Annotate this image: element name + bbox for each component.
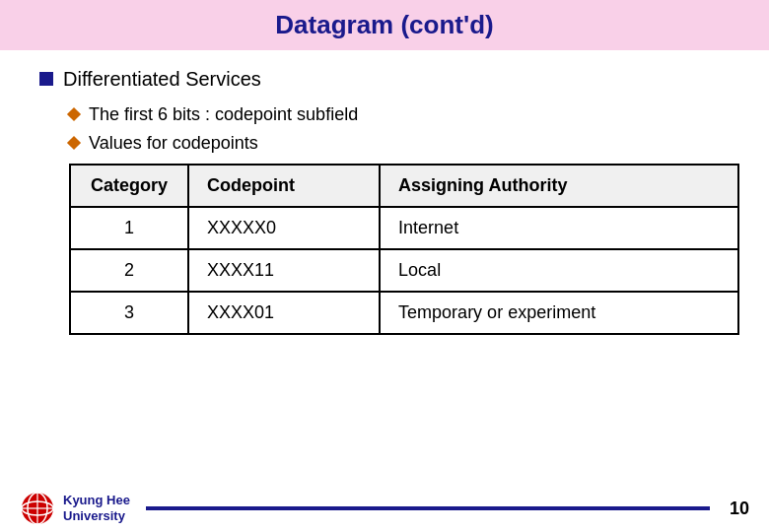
table-row: 2XXXX11Local <box>70 249 738 292</box>
diamond-bullet-icon-1 <box>67 107 81 121</box>
logo-text: Kyung Hee University <box>63 493 130 523</box>
table-cell-0-0: 1 <box>70 207 188 249</box>
footer: Kyung Hee University 10 <box>0 485 769 532</box>
table-cell-0-1: XXXXX0 <box>188 207 380 249</box>
codepoints-table-wrapper: Category Codepoint Assigning Authority 1… <box>69 164 730 335</box>
logo-line1: Kyung Hee <box>63 493 130 508</box>
codepoints-table: Category Codepoint Assigning Authority 1… <box>69 164 739 335</box>
table-row: 1XXXXX0Internet <box>70 207 738 249</box>
table-cell-0-2: Internet <box>380 207 738 249</box>
table-cell-1-0: 2 <box>70 249 188 292</box>
slide-title: Datagram (cont'd) <box>275 10 493 39</box>
col-header-category: Category <box>70 165 188 207</box>
col-header-authority: Assigning Authority <box>380 165 738 207</box>
table-cell-2-2: Temporary or experiment <box>380 292 738 334</box>
logo-area: Kyung Hee University <box>20 491 130 526</box>
table-cell-2-0: 3 <box>70 292 188 334</box>
diamond-bullet-icon-2 <box>67 136 81 150</box>
table-cell-1-2: Local <box>380 249 738 292</box>
table-row: 3XXXX01Temporary or experiment <box>70 292 738 334</box>
slide: Datagram (cont'd) Differentiated Service… <box>0 0 769 532</box>
title-bar: Datagram (cont'd) <box>0 0 769 50</box>
sub-bullet-2: Values for codepoints <box>69 133 730 154</box>
col-header-codepoint: Codepoint <box>188 165 380 207</box>
content-area: Differentiated Services The first 6 bits… <box>0 68 769 335</box>
main-bullet-text: Differentiated Services <box>63 68 261 91</box>
logo-line2: University <box>63 508 130 524</box>
sub-bullet-text-1: The first 6 bits : codepoint subfield <box>89 104 358 125</box>
square-bullet-icon <box>39 72 53 86</box>
university-logo-icon <box>20 491 55 526</box>
footer-divider <box>146 506 710 510</box>
table-cell-1-1: XXXX11 <box>188 249 380 292</box>
table-header-row: Category Codepoint Assigning Authority <box>70 165 738 207</box>
main-bullet: Differentiated Services <box>39 68 730 91</box>
table-cell-2-1: XXXX01 <box>188 292 380 334</box>
page-number: 10 <box>726 499 749 519</box>
sub-bullet-1: The first 6 bits : codepoint subfield <box>69 104 730 125</box>
sub-bullet-text-2: Values for codepoints <box>89 133 258 154</box>
sub-bullets: The first 6 bits : codepoint subfield Va… <box>69 104 730 154</box>
